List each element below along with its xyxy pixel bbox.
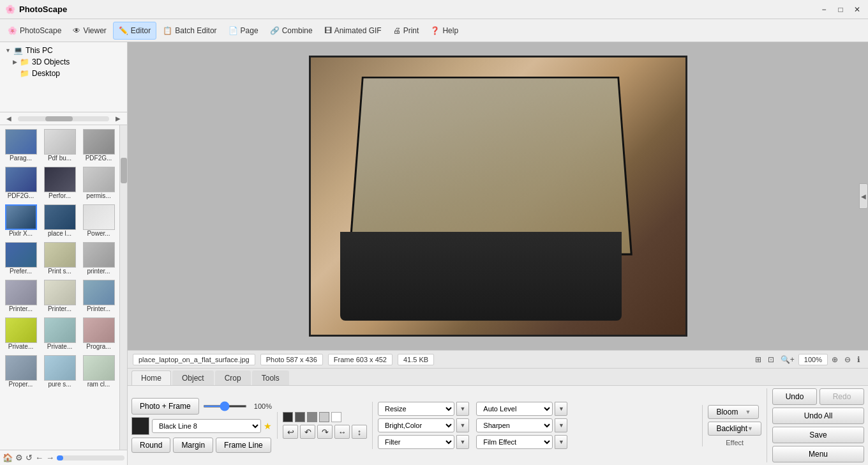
settings-icon[interactable]: ⚙ bbox=[15, 453, 23, 462]
resize-dropdown[interactable]: Resize bbox=[378, 402, 454, 416]
thumbnail-item-9[interactable]: Prefer... bbox=[3, 241, 39, 276]
menu-help[interactable]: ❓ Help bbox=[425, 22, 463, 40]
undo-rotate-left-icon[interactable]: ↩ bbox=[283, 425, 298, 439]
zoom-out-btn[interactable]: ⊖ bbox=[842, 354, 853, 365]
film-effect-arrow[interactable]: ▼ bbox=[555, 435, 567, 449]
thumbnail-label-13: Printer... bbox=[48, 305, 71, 312]
filter-dropdown[interactable]: Filter bbox=[378, 435, 454, 449]
tree-item-desktop[interactable]: ▶ 📁 Desktop bbox=[0, 68, 127, 79]
menu-viewer[interactable]: 👁 Viewer bbox=[68, 22, 111, 40]
bright-color-dropdown[interactable]: Bright,Color bbox=[378, 418, 454, 432]
close-button[interactable]: ✕ bbox=[851, 4, 863, 15]
tab-tools[interactable]: Tools bbox=[252, 370, 289, 385]
collapse-panel-button[interactable]: ◀ bbox=[859, 183, 868, 209]
swatch-light[interactable] bbox=[319, 412, 329, 422]
brightness-pct: 100% bbox=[250, 402, 272, 410]
undo-button[interactable]: Undo bbox=[772, 388, 817, 405]
thumbnail-item-20[interactable]: ram cl... bbox=[80, 354, 117, 389]
swatch-dark2[interactable] bbox=[295, 412, 305, 422]
thumbnail-item-15[interactable]: Private... bbox=[3, 316, 39, 351]
thumbnail-image-18 bbox=[5, 355, 37, 381]
thumbnail-item-0[interactable]: Parag... bbox=[3, 128, 39, 163]
brightness-slider[interactable] bbox=[203, 405, 247, 408]
zoom-info-btn[interactable]: ℹ bbox=[855, 354, 863, 365]
tree-item-3dobjects[interactable]: ▶ 📁 3D Objects bbox=[0, 56, 127, 68]
tab-home[interactable]: Home bbox=[131, 370, 171, 385]
menu-button[interactable]: Menu bbox=[772, 446, 864, 462]
thumbnail-item-14[interactable]: Printer... bbox=[80, 278, 117, 314]
thumbnail-label-3: PDF2G... bbox=[8, 192, 34, 199]
menu-photoscape[interactable]: 🌸 PhotoScape bbox=[3, 22, 66, 40]
nav-forward-icon[interactable]: → bbox=[46, 453, 54, 462]
bright-color-arrow[interactable]: ▼ bbox=[456, 418, 469, 432]
thumbnail-item-8[interactable]: Power... bbox=[80, 203, 117, 238]
scroll-right-btn[interactable]: ▶ bbox=[112, 114, 124, 123]
menu-print[interactable]: 🖨 Print bbox=[388, 22, 424, 40]
thumbnail-label-12: Printer... bbox=[9, 305, 33, 312]
thumbnail-item-18[interactable]: Proper... bbox=[3, 354, 39, 389]
left-panel: ▼ 💻 This PC ▶ 📁 3D Objects ▶ 📁 Desktop ◀… bbox=[0, 42, 128, 465]
undo-all-button[interactable]: Undo All bbox=[772, 408, 864, 424]
sharpen-arrow[interactable]: ▼ bbox=[555, 418, 567, 432]
photo-frame-button[interactable]: Photo + Frame bbox=[131, 398, 199, 415]
swatch-dark1[interactable] bbox=[283, 412, 293, 422]
minimize-button[interactable]: − bbox=[818, 4, 830, 15]
nav-back-icon[interactable]: ← bbox=[35, 453, 43, 462]
round-button[interactable]: Round bbox=[131, 438, 170, 453]
thumbnail-item-17[interactable]: Progra... bbox=[80, 316, 117, 351]
frame-dropdown[interactable]: Black Line 8 bbox=[152, 419, 261, 433]
thumbnail-item-19[interactable]: pure s... bbox=[41, 354, 78, 389]
thumbnail-image-5 bbox=[83, 167, 115, 192]
redo-button[interactable]: Redo bbox=[819, 388, 864, 405]
flip-h-icon[interactable]: ↔ bbox=[334, 425, 350, 439]
thumbnail-item-4[interactable]: Perfor... bbox=[41, 165, 78, 201]
zoom-in-btn[interactable]: 🔍+ bbox=[778, 354, 797, 365]
star-icon[interactable]: ★ bbox=[264, 421, 272, 431]
resize-dropdown-arrow[interactable]: ▼ bbox=[456, 402, 469, 416]
margin-button[interactable]: Margin bbox=[173, 438, 213, 453]
menu-animated-gif[interactable]: 🎞 Animated GIF bbox=[319, 22, 387, 40]
thumbnail-item-5[interactable]: permis... bbox=[80, 165, 117, 201]
thumbnail-item-11[interactable]: printer... bbox=[80, 241, 117, 276]
save-button[interactable]: Save bbox=[772, 427, 864, 443]
thumbnail-item-12[interactable]: Printer... bbox=[3, 278, 39, 314]
film-effect-dropdown[interactable]: Film Effect bbox=[476, 435, 553, 449]
thumbnail-item-10[interactable]: Print s... bbox=[41, 241, 78, 276]
bloom-button[interactable]: Bloom ▼ bbox=[708, 405, 759, 419]
menu-combine[interactable]: 🔗 Combine bbox=[265, 22, 318, 40]
thumbnail-item-16[interactable]: Private... bbox=[41, 316, 78, 351]
maximize-button[interactable]: □ bbox=[835, 4, 846, 15]
zoom-in-plus-btn[interactable]: ⊕ bbox=[829, 354, 841, 365]
swatch-dark3[interactable] bbox=[307, 412, 317, 422]
zoom-fit-btn[interactable]: ⊞ bbox=[752, 354, 764, 365]
home-icon[interactable]: 🏠 bbox=[3, 453, 13, 462]
thumbnail-item-1[interactable]: Pdf bu... bbox=[41, 128, 78, 163]
sharpen-dropdown[interactable]: Sharpen bbox=[476, 418, 553, 432]
flip-v-icon[interactable]: ↕ bbox=[352, 425, 367, 439]
thumbnail-item-6[interactable]: Pixlr X... bbox=[3, 203, 39, 238]
redo-icon[interactable]: ↷ bbox=[317, 425, 333, 439]
thumbnail-item-3[interactable]: PDF2G... bbox=[3, 165, 39, 201]
swatch-white[interactable] bbox=[331, 412, 341, 422]
menubar: 🌸 PhotoScape 👁 Viewer ✏️ Editor 📋 Batch … bbox=[0, 19, 868, 42]
thumbnail-item-2[interactable]: PDF2G... bbox=[80, 128, 117, 163]
menu-page[interactable]: 📄 Page bbox=[223, 22, 264, 40]
tab-crop[interactable]: Crop bbox=[215, 370, 251, 385]
tree-item-thispc[interactable]: ▼ 💻 This PC bbox=[0, 45, 127, 56]
refresh-icon[interactable]: ↺ bbox=[26, 453, 33, 462]
undo-icon[interactable]: ↶ bbox=[300, 425, 315, 439]
thumbnail-item-13[interactable]: Printer... bbox=[41, 278, 78, 314]
backlight-button[interactable]: Backlight ▼ bbox=[708, 422, 761, 436]
frame-line-button[interactable]: Frame Line bbox=[216, 438, 271, 453]
zoom-actual-btn[interactable]: ⊡ bbox=[765, 354, 777, 365]
auto-level-dropdown[interactable]: Auto Level bbox=[476, 402, 553, 416]
frame-options-row: Round Margin Frame Line bbox=[131, 438, 272, 453]
auto-level-dropdown-arrow[interactable]: ▼ bbox=[555, 402, 567, 416]
menu-batch[interactable]: 📋 Batch Editor bbox=[158, 22, 221, 40]
scroll-left-btn[interactable]: ◀ bbox=[3, 114, 15, 123]
menu-editor[interactable]: ✏️ Editor bbox=[113, 22, 156, 40]
tab-object[interactable]: Object bbox=[172, 370, 214, 385]
filter-arrow[interactable]: ▼ bbox=[456, 435, 469, 449]
thumbnail-item-7[interactable]: place l... bbox=[41, 203, 78, 238]
thumbnail-scrollbar[interactable] bbox=[119, 125, 127, 450]
